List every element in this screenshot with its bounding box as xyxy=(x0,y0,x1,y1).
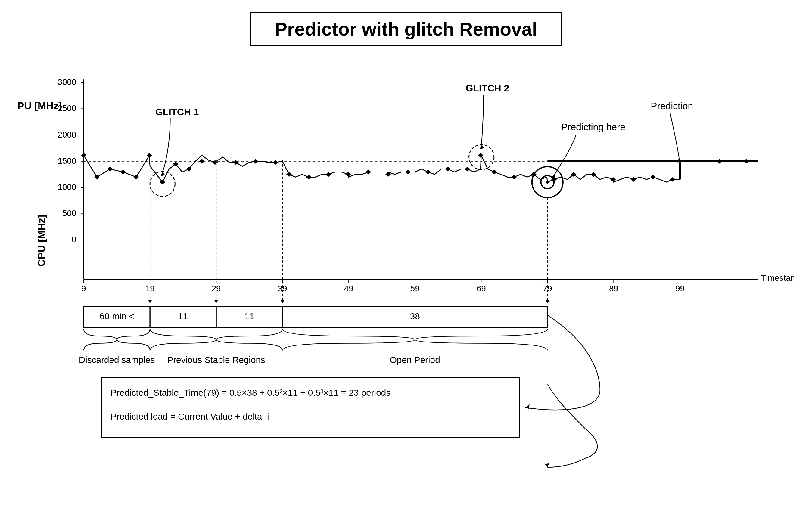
title-box: Predictor with glitch Removal xyxy=(250,12,562,46)
glitch2-arrow xyxy=(482,95,484,145)
y-tick-2500: 2500 xyxy=(58,104,77,113)
datapoint-20 xyxy=(425,170,431,175)
y-axis-label: CPU [MHz] xyxy=(36,214,47,266)
datapoint-30 xyxy=(631,177,636,182)
datapoint-17 xyxy=(366,170,371,175)
label-stable: Previous Stable Regions xyxy=(167,355,265,365)
datapoint-24 xyxy=(511,175,517,179)
label-discarded: Discarded samples xyxy=(79,355,155,365)
x-tick-99: 99 xyxy=(675,284,685,293)
tick79-formula-arrowhead xyxy=(525,404,530,409)
glitch2-arrowhead xyxy=(480,145,484,149)
x-tick-9: 9 xyxy=(81,284,86,293)
datapoint-14 xyxy=(306,175,311,179)
segment-arrow-19 xyxy=(148,300,152,303)
y-tick-2000: 2000 xyxy=(58,130,77,139)
segment-label-open: 38 xyxy=(410,311,420,321)
brace-open-r xyxy=(415,329,547,350)
brace-open xyxy=(282,329,415,350)
datapoint-10 xyxy=(233,160,239,165)
brace-discarded-r xyxy=(117,329,150,350)
datapoint-glitch1-dip xyxy=(160,180,165,184)
brace-stable xyxy=(150,329,216,350)
y-tick-500: 500 xyxy=(62,208,76,218)
formula-line2: Predicted load = Current Value + delta_i xyxy=(111,411,269,422)
datapoint-16 xyxy=(345,172,351,177)
formula-line1: Predicted_Stable_Time(79) = 0.5×38 + 0.5… xyxy=(111,388,391,397)
x-axis-label: Timestamp [mins] xyxy=(761,273,794,283)
brace-discarded xyxy=(84,329,117,350)
segment-arrow-29 xyxy=(215,300,218,303)
datapoint-22 xyxy=(465,167,470,172)
datapoint-15 xyxy=(326,172,331,177)
datapoint-glitch1-top xyxy=(147,153,152,158)
datapoint-4 xyxy=(134,175,139,179)
datapoint-pred1 xyxy=(716,159,722,164)
tick79-to-formula-arrow xyxy=(525,315,600,410)
datapoint-19 xyxy=(405,170,411,175)
y-tick-1000: 1000 xyxy=(58,182,77,192)
prediction-label: Prediction xyxy=(651,101,693,111)
x-tick-49: 49 xyxy=(344,284,354,293)
y-tick-0: 0 xyxy=(72,235,76,244)
x-tick-89: 89 xyxy=(609,284,619,293)
segment-label-stable1: 11 xyxy=(178,311,188,321)
datapoint-31 xyxy=(650,175,656,179)
glitch1-arrowhead xyxy=(161,172,165,176)
x-tick-69: 69 xyxy=(477,284,486,293)
predicting-here-arrow xyxy=(555,135,576,174)
segment-arrow-39 xyxy=(281,300,284,303)
formula-box xyxy=(102,378,520,437)
glitch1-label: GLITCH 1 xyxy=(155,107,199,117)
segment-label-stable2: 11 xyxy=(245,311,254,321)
y-tick-1500: 1500 xyxy=(58,156,77,166)
datapoint-11 xyxy=(253,159,258,164)
datapoint-pred2 xyxy=(743,159,749,164)
predicting-here-dot xyxy=(546,181,549,184)
segment-label-discarded: 60 min < xyxy=(100,311,134,321)
formula-arrowhead xyxy=(545,463,549,467)
y-tick-3000: 3000 xyxy=(58,77,77,87)
datapoint-8 xyxy=(199,159,205,164)
datapoint-3 xyxy=(120,170,126,175)
prediction-arrow xyxy=(670,113,679,158)
datapoint-32 xyxy=(670,177,676,182)
glitch2-label: GLITCH 2 xyxy=(466,83,509,94)
datapoint-9 xyxy=(81,153,87,158)
y-axis-label-top: CPU [MHz] xyxy=(18,100,62,111)
datapoint-12 xyxy=(272,160,278,165)
predicting-here-label: Predicting here xyxy=(561,122,625,132)
main-container: Predictor with glitch Removal CPU [MHz] … xyxy=(0,0,812,505)
datapoint-13 xyxy=(286,172,292,177)
predicting-here-arrowhead xyxy=(551,173,555,178)
x-tick-59: 59 xyxy=(410,284,420,293)
chart-svg: CPU [MHz] CPU [MHz] 3000 2500 2000 1500 … xyxy=(18,55,794,504)
chart-area: CPU [MHz] CPU [MHz] 3000 2500 2000 1500 … xyxy=(18,55,794,504)
label-open: Open Period xyxy=(390,355,440,365)
segment-arrow-79 xyxy=(546,300,549,303)
formula-arrow xyxy=(547,384,597,467)
chart-title: Predictor with glitch Removal xyxy=(275,19,537,39)
datapoint-29 xyxy=(610,177,616,182)
brace-stable-r xyxy=(216,329,282,350)
datapoint-23 xyxy=(492,170,497,175)
datapoint-21 xyxy=(445,167,450,172)
glitch1-arrow xyxy=(163,118,170,171)
